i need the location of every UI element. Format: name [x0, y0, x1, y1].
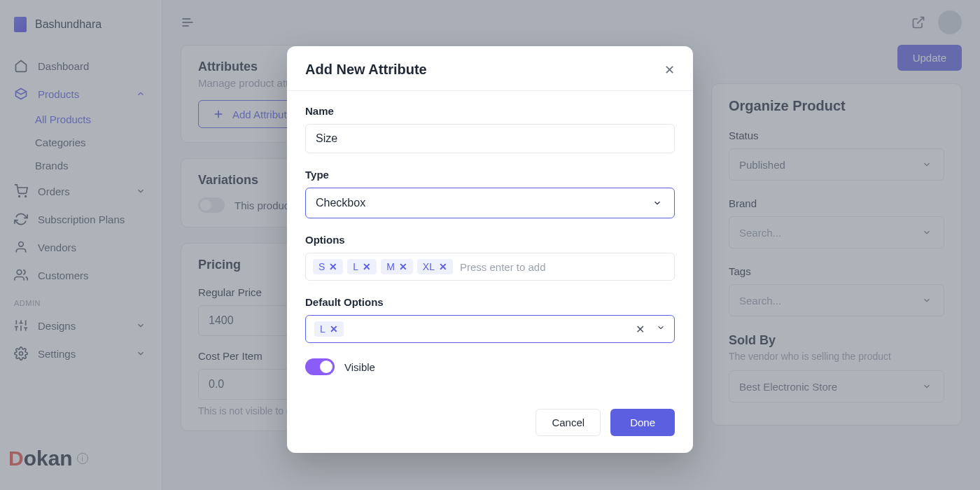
add-attribute-modal: Add New Attribute ✕ Name Type Checkbox O… [287, 46, 693, 453]
options-label: Options [305, 234, 675, 246]
option-chip: XL ✕ [417, 259, 453, 274]
default-option-chip: L ✕ [314, 321, 344, 337]
modal-title: Add New Attribute [305, 62, 427, 78]
chevron-down-icon [650, 196, 664, 210]
chevron-down-icon[interactable] [656, 323, 666, 336]
done-button[interactable]: Done [610, 409, 675, 436]
chip-remove-icon[interactable]: ✕ [439, 261, 447, 272]
name-label: Name [305, 105, 675, 117]
default-options-label: Default Options [305, 296, 675, 308]
default-options-select[interactable]: L ✕ ✕ [305, 315, 675, 343]
type-label: Type [305, 169, 675, 181]
type-select[interactable]: Checkbox [305, 188, 675, 218]
chip-remove-icon[interactable]: ✕ [329, 261, 337, 272]
visible-label: Visible [344, 361, 375, 373]
chip-remove-icon[interactable]: ✕ [399, 261, 407, 272]
name-input[interactable] [305, 124, 675, 153]
options-placeholder: Press enter to add [457, 261, 546, 273]
chip-remove-icon[interactable]: ✕ [363, 261, 371, 272]
clear-icon[interactable]: ✕ [636, 323, 645, 336]
cancel-button[interactable]: Cancel [536, 409, 601, 436]
option-chip: L ✕ [347, 259, 377, 274]
visible-toggle[interactable] [305, 358, 335, 375]
option-chip: M ✕ [381, 259, 413, 274]
chip-remove-icon[interactable]: ✕ [330, 323, 338, 335]
close-icon[interactable]: ✕ [664, 62, 675, 78]
options-input[interactable]: S ✕L ✕M ✕XL ✕Press enter to add [305, 253, 675, 281]
option-chip: S ✕ [313, 259, 343, 274]
